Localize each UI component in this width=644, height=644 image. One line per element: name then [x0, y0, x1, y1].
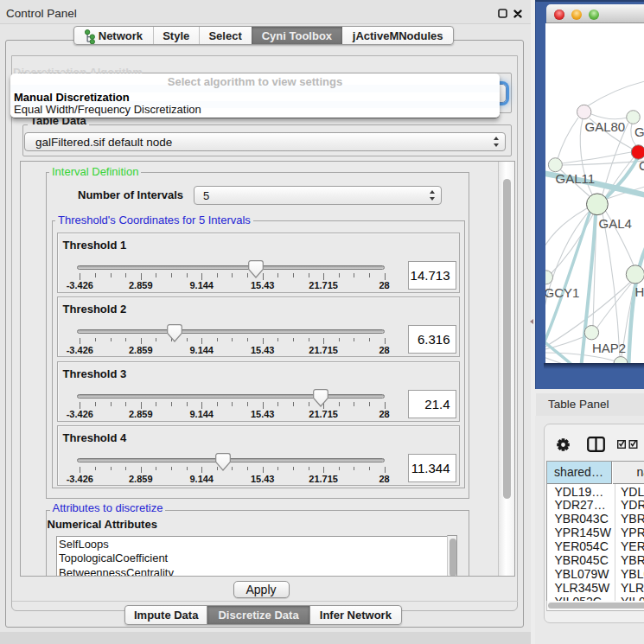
svg-text:GA: GA	[634, 124, 644, 139]
svg-text:HAP2: HAP2	[592, 341, 626, 355]
svg-text:GCY1: GCY1	[545, 285, 579, 300]
svg-text:C: C	[639, 158, 644, 173]
svg-text:GAL80: GAL80	[585, 119, 626, 134]
svg-text:GAL4: GAL4	[599, 216, 632, 231]
svg-text:HI: HI	[635, 284, 644, 299]
svg-text:GAL11: GAL11	[556, 171, 596, 186]
